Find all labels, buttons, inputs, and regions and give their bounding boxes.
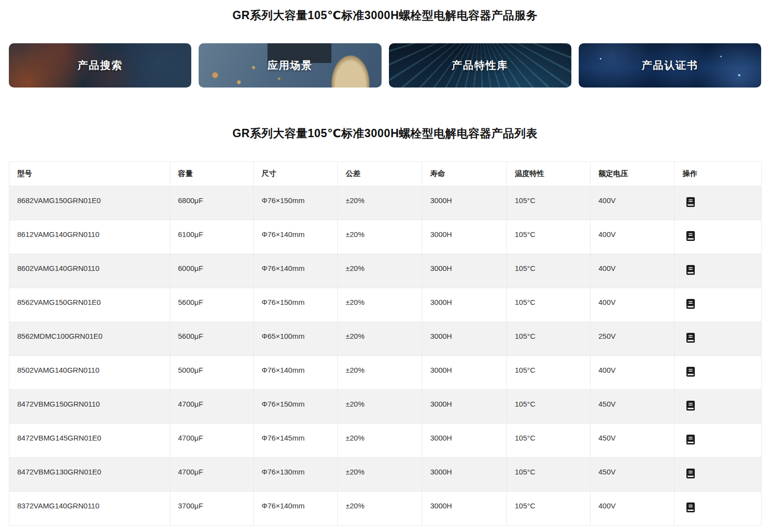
document-icon bbox=[686, 469, 695, 478]
capacity-cell: 4700μF bbox=[170, 424, 254, 458]
size-cell: Φ76×150mm bbox=[254, 288, 338, 322]
view-document-button[interactable] bbox=[686, 299, 695, 309]
page-title: GR系列大容量105℃标准3000H螺栓型电解电容器产品服务 bbox=[0, 8, 770, 23]
action-cell bbox=[675, 356, 762, 390]
life-cell: 3000H bbox=[422, 288, 507, 322]
size-cell: Φ76×150mm bbox=[254, 186, 338, 220]
capacity-cell: 6800μF bbox=[170, 186, 254, 220]
capacity-cell: 6000μF bbox=[170, 254, 254, 288]
col-header-life: 寿命 bbox=[422, 162, 507, 186]
document-icon bbox=[686, 333, 695, 343]
product-list-title: GR系列大容量105℃标准3000H螺栓型电解电容器产品列表 bbox=[0, 126, 770, 141]
life-cell: 3000H bbox=[422, 186, 507, 220]
voltage-cell: 400V bbox=[591, 254, 675, 288]
table-row: 8682VAMG150GRN01E06800μFΦ76×150mm±20%300… bbox=[9, 186, 762, 220]
voltage-cell: 400V bbox=[591, 492, 675, 526]
size-cell: Φ76×150mm bbox=[254, 390, 338, 424]
document-icon bbox=[686, 197, 695, 207]
view-document-button[interactable] bbox=[686, 435, 695, 444]
size-cell: Φ76×145mm bbox=[254, 424, 338, 458]
action-cell bbox=[675, 220, 762, 254]
capacity-cell: 4700μF bbox=[170, 458, 254, 492]
table-row: 8372VAMG140GRN01103700μFΦ76×140mm±20%300… bbox=[9, 492, 762, 526]
col-header-temperature: 温度特性 bbox=[507, 162, 591, 186]
action-cell bbox=[675, 322, 762, 356]
col-header-tolerance: 公差 bbox=[338, 162, 422, 186]
nav-card-feature-library[interactable]: 产品特性库 bbox=[389, 43, 571, 88]
size-cell: Φ65×100mm bbox=[254, 322, 338, 356]
nav-card-label: 应用场景 bbox=[267, 59, 313, 72]
life-cell: 3000H bbox=[422, 254, 507, 288]
view-document-button[interactable] bbox=[686, 333, 695, 343]
nav-card-application-scenes[interactable]: 应用场景 bbox=[199, 43, 381, 88]
document-icon bbox=[686, 502, 695, 512]
action-cell bbox=[675, 458, 762, 492]
nav-card-product-search[interactable]: 产品搜索 bbox=[9, 43, 191, 88]
action-cell bbox=[675, 254, 762, 288]
view-document-button[interactable] bbox=[686, 231, 695, 241]
nav-card-bar: 产品搜索 应用场景 产品特性库 产品认证书 bbox=[9, 43, 761, 88]
life-cell: 3000H bbox=[422, 492, 507, 526]
life-cell: 3000H bbox=[422, 356, 507, 390]
voltage-cell: 250V bbox=[591, 322, 675, 356]
temperature-cell: 105°C bbox=[507, 390, 591, 424]
temperature-cell: 105°C bbox=[507, 220, 591, 254]
tolerance-cell: ±20% bbox=[338, 254, 422, 288]
temperature-cell: 105°C bbox=[507, 356, 591, 390]
nav-card-certificates[interactable]: 产品认证书 bbox=[579, 43, 761, 88]
view-document-button[interactable] bbox=[686, 367, 695, 377]
view-document-button[interactable] bbox=[686, 502, 695, 512]
life-cell: 3000H bbox=[422, 458, 507, 492]
action-cell bbox=[675, 424, 762, 458]
life-cell: 3000H bbox=[422, 220, 507, 254]
table-row: 8472VBMG145GRN01E04700μFΦ76×145mm±20%300… bbox=[9, 424, 762, 458]
voltage-cell: 450V bbox=[591, 390, 675, 424]
col-header-actions: 操作 bbox=[675, 162, 762, 186]
voltage-cell: 400V bbox=[591, 186, 675, 220]
product-table-header-row: 型号容量尺寸公差寿命温度特性额定电压操作 bbox=[9, 162, 762, 186]
model-cell: 8562MDMC100GRN01E0 bbox=[9, 322, 170, 356]
table-row: 8612VAMG140GRN01106100μFΦ76×140mm±20%300… bbox=[9, 220, 762, 254]
view-document-button[interactable] bbox=[686, 197, 695, 207]
temperature-cell: 105°C bbox=[507, 424, 591, 458]
document-icon bbox=[686, 401, 695, 411]
model-cell: 8562VAMG150GRN01E0 bbox=[9, 288, 170, 322]
document-icon bbox=[686, 435, 695, 444]
tolerance-cell: ±20% bbox=[338, 424, 422, 458]
action-cell bbox=[675, 186, 762, 220]
document-icon bbox=[686, 367, 695, 377]
voltage-cell: 450V bbox=[591, 458, 675, 492]
document-icon bbox=[686, 299, 695, 309]
view-document-button[interactable] bbox=[686, 469, 695, 478]
view-document-button[interactable] bbox=[686, 265, 695, 275]
size-cell: Φ76×140mm bbox=[254, 356, 338, 390]
document-icon bbox=[686, 231, 695, 241]
col-header-voltage: 额定电压 bbox=[591, 162, 675, 186]
col-header-capacity: 容量 bbox=[170, 162, 254, 186]
action-cell bbox=[675, 390, 762, 424]
voltage-cell: 400V bbox=[591, 356, 675, 390]
table-row: 8502VAMG140GRN01105000μFΦ76×140mm±20%300… bbox=[9, 356, 762, 390]
model-cell: 8682VAMG150GRN01E0 bbox=[9, 186, 170, 220]
tolerance-cell: ±20% bbox=[338, 186, 422, 220]
nav-card-label: 产品搜索 bbox=[78, 59, 123, 72]
voltage-cell: 450V bbox=[591, 424, 675, 458]
tolerance-cell: ±20% bbox=[338, 492, 422, 526]
capacity-cell: 4700μF bbox=[170, 390, 254, 424]
model-cell: 8472VBMG145GRN01E0 bbox=[9, 424, 170, 458]
capacity-cell: 6100μF bbox=[170, 220, 254, 254]
table-row: 8602VAMG140GRN01106000μFΦ76×140mm±20%300… bbox=[9, 254, 762, 288]
table-row: 8472VBMG150GRN01104700μFΦ76×150mm±20%300… bbox=[9, 390, 762, 424]
model-cell: 8472VBMG150GRN0110 bbox=[9, 390, 170, 424]
view-document-button[interactable] bbox=[686, 401, 695, 411]
temperature-cell: 105°C bbox=[507, 254, 591, 288]
life-cell: 3000H bbox=[422, 424, 507, 458]
capacity-cell: 5000μF bbox=[170, 356, 254, 390]
table-row: 8562MDMC100GRN01E05600μFΦ65×100mm±20%300… bbox=[9, 322, 762, 356]
tolerance-cell: ±20% bbox=[338, 322, 422, 356]
col-header-model: 型号 bbox=[9, 162, 170, 186]
temperature-cell: 105°C bbox=[507, 492, 591, 526]
capacity-cell: 5600μF bbox=[170, 322, 254, 356]
action-cell bbox=[675, 288, 762, 322]
nav-card-label: 产品认证书 bbox=[642, 59, 698, 72]
